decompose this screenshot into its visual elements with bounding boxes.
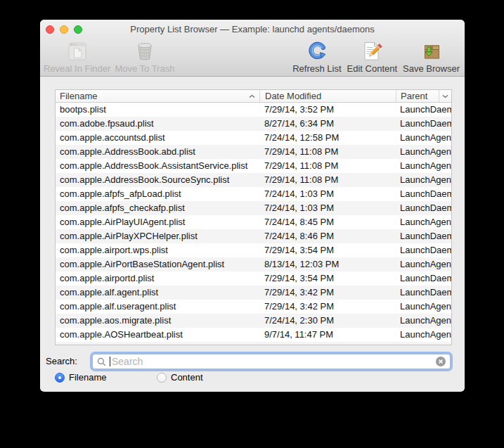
titlebar[interactable]: Property List Browser — Example: launchd… (40, 20, 465, 39)
minimize-button[interactable] (60, 25, 68, 34)
column-header-date-modified[interactable]: Date Modified (259, 90, 396, 102)
filename-cell: com.apple.airportd.plist (56, 271, 259, 286)
parent-cell: LaunchAgents (396, 328, 451, 342)
filename-cell: com.apple.alf.useragent.plist (56, 300, 259, 314)
zoom-button[interactable] (74, 25, 82, 34)
filename-cell: com.apple.AddressBook.SourceSync.plist (56, 173, 259, 187)
scope-content-option[interactable]: Content (157, 372, 203, 383)
filename-cell: com.adobe.fpsaud.plist (56, 117, 259, 131)
toolbar-right-group: Refresh List (290, 39, 462, 74)
package-box-icon (421, 40, 442, 63)
radio-label: Content (171, 372, 203, 383)
filename-cell: com.apple.AirPlayXPCHelper.plist (56, 229, 259, 243)
table-row[interactable]: com.apple.AirPlayXPCHelper.plist7/24/14,… (56, 229, 451, 243)
table-row[interactable]: com.apple.alf.useragent.plist7/29/14, 3:… (56, 300, 451, 314)
table-row[interactable]: com.apple.AirPortBaseStationAgent.plist8… (56, 257, 451, 271)
move-to-trash-button[interactable]: Move To Trash (112, 39, 176, 74)
table-row[interactable]: com.apple.AddressBook.abd.plist7/29/14, … (56, 145, 451, 159)
date-modified-cell: 7/24/14, 12:58 PM (259, 131, 396, 145)
magnifier-icon (97, 357, 106, 366)
toolbar: Reveal In Finder Move To Trash (40, 39, 465, 77)
parent-cell: LaunchAgents (396, 173, 451, 187)
toolbar-button-label: Edit Content (345, 64, 400, 74)
toolbar-button-label: Move To Trash (112, 64, 176, 74)
filename-cell: com.apple.afpfs_checkafp.plist (56, 201, 259, 215)
toolbar-button-label: Save Browser (401, 64, 462, 74)
parent-cell: LaunchDaemons (396, 229, 451, 243)
table-body: bootps.plist7/29/14, 3:52 PMLaunchDaemon… (56, 103, 451, 345)
table-row[interactable]: com.adobe.fpsaud.plist8/27/14, 6:34 PMLa… (56, 117, 451, 131)
close-button[interactable] (46, 25, 54, 34)
table-row[interactable]: com.apple.afpfs_afpLoad.plist7/24/14, 1:… (56, 187, 451, 201)
date-modified-cell: 7/24/14, 2:30 PM (259, 314, 396, 328)
parent-cell: LaunchDaemons (396, 271, 451, 286)
date-modified-cell: 7/29/14, 11:08 PM (259, 173, 396, 187)
sort-ascending-icon (249, 94, 255, 98)
trash-icon (134, 40, 155, 63)
column-header-parent[interactable]: Parent (396, 90, 439, 102)
app-window: Property List Browser — Example: launchd… (40, 20, 465, 392)
table-row[interactable]: bootps.plist7/29/14, 3:52 PMLaunchDaemon… (56, 103, 451, 117)
date-modified-cell: 7/29/14, 11:08 PM (259, 145, 396, 159)
filename-cell: com.apple.AOSPushRelay.plist (56, 342, 259, 345)
plist-table: Filename Date Modified Parent boot (55, 89, 452, 345)
radio-unselected-icon[interactable] (157, 373, 167, 383)
parent-cell: LaunchDaemons (396, 117, 451, 131)
date-modified-cell: 7/24/14, 1:03 PM (259, 187, 396, 201)
filename-cell: com.apple.accountsd.plist (56, 131, 259, 145)
table-row[interactable]: com.apple.alf.agent.plist7/29/14, 3:42 P… (56, 286, 451, 300)
column-header-filename[interactable]: Filename (56, 90, 259, 102)
clear-search-icon[interactable] (436, 357, 446, 366)
reveal-in-finder-button[interactable]: Reveal In Finder (41, 39, 112, 74)
date-modified-cell: 9/7/14, 11:47 PM (259, 328, 396, 342)
date-modified-cell: 7/29/14, 3:42 PM (259, 300, 396, 314)
filename-cell: bootps.plist (56, 103, 259, 117)
table-row[interactable]: com.apple.airportd.plist7/29/14, 3:54 PM… (56, 271, 451, 286)
text-cursor (110, 357, 110, 366)
date-modified-cell: 7/24/14, 8:46 PM (259, 229, 396, 243)
table-row[interactable]: com.apple.afpfs_checkafp.plist7/24/14, 1… (56, 201, 451, 215)
chevron-down-icon (442, 94, 448, 98)
table-row[interactable]: com.apple.airport.wps.plist7/29/14, 3:54… (56, 243, 451, 257)
save-browser-button[interactable]: Save Browser (401, 39, 462, 74)
search-placeholder: Search (112, 356, 436, 367)
search-label: Search: (46, 354, 77, 369)
table-header: Filename Date Modified Parent (56, 90, 451, 103)
search-scope-row: Filename Content Options... (40, 371, 465, 385)
filename-cell: com.apple.aos.migrate.plist (56, 314, 259, 328)
parent-cell: LaunchAgents (396, 131, 451, 145)
filename-cell: com.apple.airport.wps.plist (56, 243, 259, 257)
date-modified-cell: 8/27/14, 6:34 PM (259, 117, 396, 131)
search-field[interactable]: Search (92, 354, 451, 369)
date-modified-cell: 7/29/14, 3:54 PM (259, 243, 396, 257)
column-menu-button[interactable] (439, 90, 451, 102)
parent-cell: LaunchAgents (396, 215, 451, 229)
parent-cell: LaunchDaemons (396, 243, 451, 257)
date-modified-cell: 8/13/14, 12:03 PM (259, 257, 396, 271)
table-row[interactable]: com.apple.AirPlayUIAgent.plist7/24/14, 8… (56, 215, 451, 229)
table-row[interactable]: com.apple.AOSHeartbeat.plist9/7/14, 11:4… (56, 328, 451, 342)
filename-cell: com.apple.AddressBook.AssistantService.p… (56, 159, 259, 173)
radio-label: Filename (69, 372, 106, 383)
table-row[interactable]: com.apple.AddressBook.SourceSync.plist7/… (56, 173, 451, 187)
document-pencil-icon (361, 40, 382, 63)
table-row[interactable]: com.apple.AddressBook.AssistantService.p… (56, 159, 451, 173)
parent-cell: LaunchAgents (396, 145, 451, 159)
table-row[interactable]: com.apple.AOSPushRelay.plist7/24/14, 1:0… (56, 342, 451, 345)
edit-content-button[interactable]: Edit Content (345, 39, 400, 74)
toolbar-button-label: Refresh List (290, 64, 343, 74)
table-row[interactable]: com.apple.aos.migrate.plist7/24/14, 2:30… (56, 314, 451, 328)
refresh-list-button[interactable]: Refresh List (290, 39, 343, 74)
date-modified-cell: 7/29/14, 11:08 PM (259, 159, 396, 173)
parent-cell: LaunchAgents (396, 342, 451, 345)
radio-selected-icon[interactable] (55, 373, 65, 383)
filename-cell: com.apple.alf.agent.plist (56, 286, 259, 300)
filename-cell: com.apple.afpfs_afpLoad.plist (56, 187, 259, 201)
parent-cell: LaunchAgents (396, 300, 451, 314)
date-modified-cell: 7/24/14, 8:45 PM (259, 215, 396, 229)
date-modified-cell: 7/24/14, 1:03 PM (259, 201, 396, 215)
scope-filename-option[interactable]: Filename (55, 372, 106, 383)
table-row[interactable]: com.apple.accountsd.plist7/24/14, 12:58 … (56, 131, 451, 145)
finder-document-icon (67, 40, 88, 63)
filename-cell: com.apple.AddressBook.abd.plist (56, 145, 259, 159)
